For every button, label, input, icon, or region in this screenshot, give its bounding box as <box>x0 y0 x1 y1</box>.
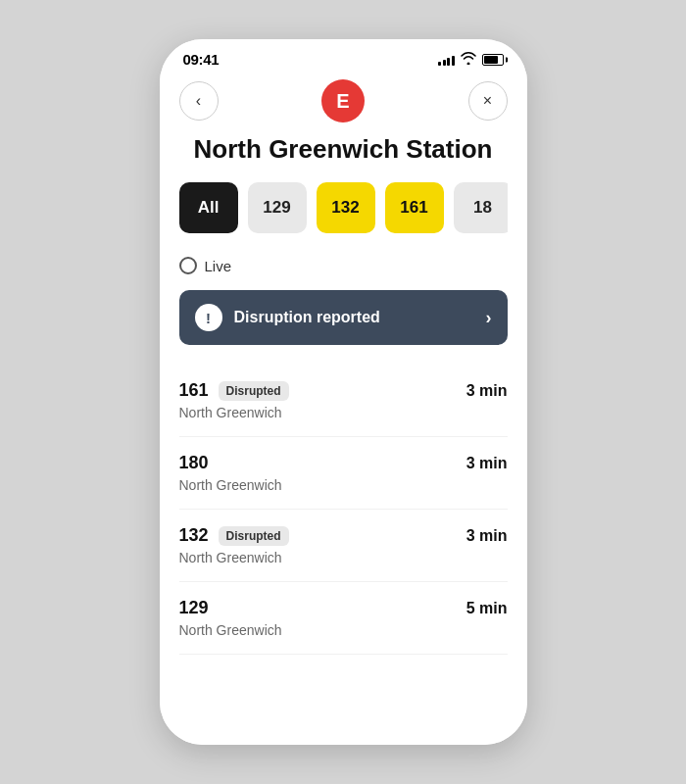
arrival-time: 3 min <box>466 455 508 472</box>
list-item: 180 3 min North Greenwich <box>179 437 508 510</box>
arrival-time: 5 min <box>466 600 508 617</box>
disrupted-badge: Disrupted <box>219 526 289 546</box>
arrival-destination: North Greenwich <box>179 405 508 420</box>
avatar-button[interactable]: E <box>321 79 365 122</box>
chevron-right-icon: › <box>486 308 492 328</box>
tab-161[interactable]: 161 <box>385 182 444 233</box>
list-item: 161 Disrupted 3 min North Greenwich <box>179 365 508 437</box>
live-label: Live <box>205 258 232 274</box>
status-bar: 09:41 <box>160 39 527 72</box>
arrival-destination: North Greenwich <box>179 477 508 493</box>
tab-129[interactable]: 129 <box>248 182 307 233</box>
live-circle-icon <box>179 257 197 274</box>
signal-icon <box>438 54 455 66</box>
arrival-time: 3 min <box>466 527 508 545</box>
tab-18[interactable]: 18 <box>454 182 508 233</box>
arrival-time: 3 min <box>466 382 508 400</box>
list-item: 129 5 min North Greenwich <box>179 582 508 655</box>
arrival-destination: North Greenwich <box>179 550 508 565</box>
disrupted-badge: Disrupted <box>219 381 289 401</box>
disruption-banner[interactable]: ! Disruption reported › <box>179 290 508 345</box>
arrival-destination: North Greenwich <box>179 622 508 638</box>
close-button[interactable]: × <box>468 81 508 121</box>
warning-icon: ! <box>195 304 222 331</box>
route-number: 161 <box>179 380 209 401</box>
station-title: North Greenwich Station <box>179 134 508 165</box>
list-item: 132 Disrupted 3 min North Greenwich <box>179 510 508 582</box>
route-number: 180 <box>179 453 209 473</box>
wifi-icon <box>461 52 476 68</box>
phone-frame: 09:41 ‹ E <box>160 39 527 745</box>
status-icons <box>438 52 504 68</box>
route-tabs: All 129 132 161 18 <box>179 182 508 237</box>
disruption-text: Disruption reported <box>234 309 380 326</box>
tab-all[interactable]: All <box>179 182 238 233</box>
battery-icon <box>482 54 504 66</box>
route-number: 129 <box>179 598 209 618</box>
arrival-list: 161 Disrupted 3 min North Greenwich 180 … <box>179 365 508 655</box>
header-nav: ‹ E × <box>160 72 527 134</box>
live-indicator: Live <box>179 257 508 274</box>
back-button[interactable]: ‹ <box>179 81 219 121</box>
tab-132[interactable]: 132 <box>317 182 375 233</box>
content-area: North Greenwich Station All 129 132 161 … <box>160 134 527 745</box>
route-number: 132 <box>179 525 209 546</box>
status-time: 09:41 <box>183 51 220 68</box>
